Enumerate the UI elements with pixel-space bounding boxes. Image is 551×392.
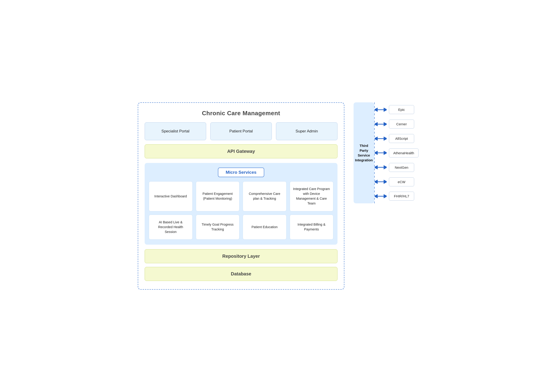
service-ai-health-session: AI Based Live & Recorded Health Session bbox=[149, 215, 193, 240]
tp-box-wrapper: Third Party Service Integration bbox=[353, 102, 374, 203]
portal-patient: Patient Portal bbox=[210, 122, 272, 140]
integration-cerner: Cerner bbox=[389, 119, 414, 128]
integration-row-athena: AthenaHealth bbox=[375, 146, 418, 160]
ccm-title: Chronic Care Management bbox=[145, 110, 338, 117]
portal-specialist: Specialist Portal bbox=[145, 122, 206, 140]
tp-and-integrations: Third Party Service Integration bbox=[353, 102, 413, 203]
integration-row-fhir: FHIR/HL7 bbox=[375, 189, 418, 203]
integration-row-allscript: AllScript bbox=[375, 132, 418, 146]
double-arrow-nextgen bbox=[375, 165, 387, 170]
micro-services-label: Micro Services bbox=[218, 168, 264, 177]
third-party-col: Third Party Service Integration bbox=[353, 102, 413, 203]
double-arrow-athena bbox=[375, 150, 387, 155]
integration-allscript: AllScript bbox=[389, 134, 414, 143]
integration-row-cerner: Cerner bbox=[375, 117, 418, 131]
portals-row: Specialist Portal Patient Portal Super A… bbox=[145, 122, 338, 140]
integration-nextgen: NextGen bbox=[389, 163, 414, 172]
ccm-container: Chronic Care Management Specialist Porta… bbox=[138, 102, 344, 289]
double-arrow-cerner bbox=[375, 122, 387, 127]
integration-row-epic: Epic bbox=[375, 103, 418, 117]
api-gateway: API Gateway bbox=[145, 144, 338, 158]
service-goal-tracking: Timely Goal Progress Tracking bbox=[196, 215, 240, 240]
arrows-and-labels: Epic Cer bbox=[375, 102, 418, 203]
integration-athena: AthenaHealth bbox=[389, 148, 418, 157]
double-arrow-epic bbox=[375, 107, 387, 112]
service-patient-engagement: Patient Engagement (Patient Monitoring) bbox=[196, 181, 240, 211]
third-party-box: Third Party Service Integration bbox=[353, 102, 374, 203]
double-arrow-allscript bbox=[375, 136, 387, 141]
double-arrow-fhir bbox=[375, 194, 387, 199]
integration-fhir: FHIR/HL7 bbox=[389, 192, 414, 201]
service-billing: Integrated Billing & Payments bbox=[290, 215, 334, 240]
micro-services-container: Micro Services Interactive Dashboard Pat… bbox=[145, 163, 338, 245]
integration-epic: Epic bbox=[389, 105, 414, 114]
services-grid: Interactive Dashboard Patient Engagement… bbox=[149, 181, 333, 239]
service-care-plan: Comprehensive Care plan & Tracking bbox=[243, 181, 287, 211]
integration-row-nextgen: NextGen bbox=[375, 161, 418, 175]
service-patient-education: Patient Education bbox=[243, 215, 287, 240]
page-wrapper: Chronic Care Management Specialist Porta… bbox=[138, 102, 413, 289]
database-layer: Database bbox=[145, 267, 338, 281]
integration-ecw: eCW bbox=[389, 177, 414, 186]
repo-layer: Repository Layer bbox=[145, 249, 338, 263]
integration-row-ecw: eCW bbox=[375, 175, 418, 189]
portal-superadmin: Super Admin bbox=[276, 122, 338, 140]
double-arrow-ecw bbox=[375, 179, 387, 184]
service-interactive-dashboard: Interactive Dashboard bbox=[149, 181, 193, 211]
service-integrated-care-program: Integrated Care Program with Device Mana… bbox=[290, 181, 334, 211]
